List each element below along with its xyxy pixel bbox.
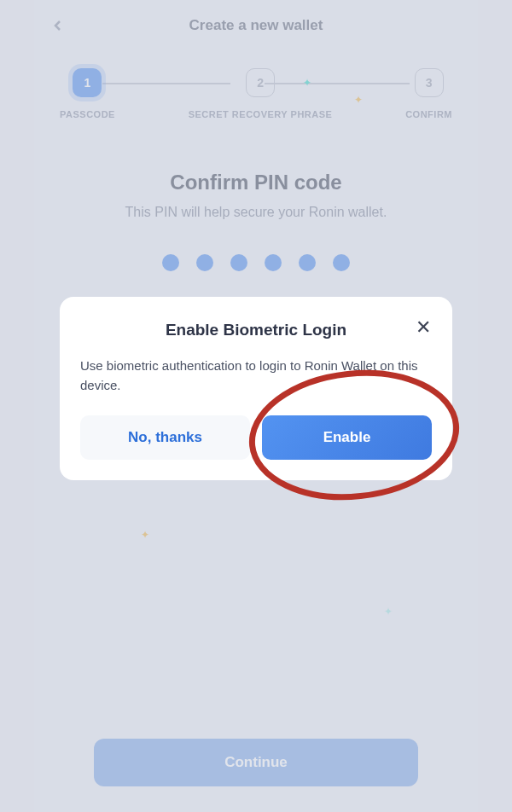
enable-button[interactable]: Enable xyxy=(262,415,432,460)
modal-description: Use biometric authentication to login to… xyxy=(80,357,432,395)
modal-header: Enable Biometric Login ✕ xyxy=(80,321,432,339)
modal-title: Enable Biometric Login xyxy=(166,321,346,339)
close-button[interactable]: ✕ xyxy=(411,316,435,339)
biometric-modal: Enable Biometric Login ✕ Use biometric a… xyxy=(60,297,452,480)
decline-button[interactable]: No, thanks xyxy=(80,415,250,460)
close-icon: ✕ xyxy=(416,316,431,339)
modal-actions: No, thanks Enable xyxy=(80,415,432,460)
